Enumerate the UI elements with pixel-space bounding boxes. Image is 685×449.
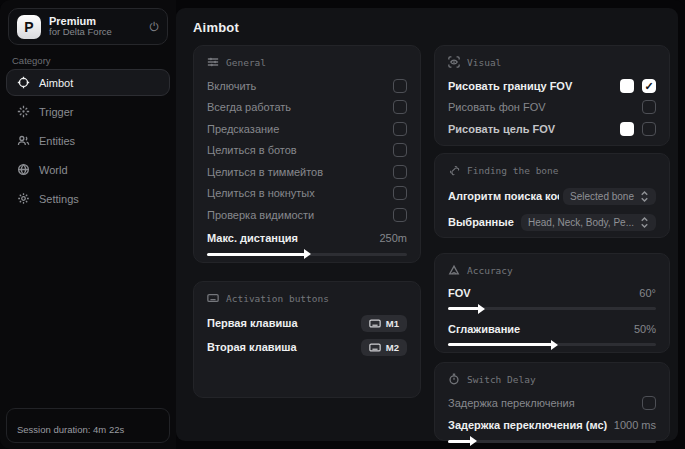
sidebar-item-settings[interactable]: Settings — [6, 185, 170, 212]
selected-bones-label: Выбранные кос — [448, 216, 517, 228]
setting-label: Проверка видимости — [207, 209, 314, 221]
fov-label: FOV — [448, 287, 471, 299]
crosshair-icon — [17, 76, 30, 89]
chevron-up-down-icon — [640, 217, 649, 228]
sidebar-item-world[interactable]: World — [6, 156, 170, 183]
setting-row: Проверка видимости — [207, 204, 407, 226]
target-bots-checkbox[interactable] — [393, 143, 407, 157]
sidebar-item-entities[interactable]: Entities — [6, 127, 170, 154]
setting-row: Рисовать границу FOV ✓ — [448, 75, 656, 97]
smoothing-value: 50% — [634, 323, 656, 335]
max-distance-slider[interactable] — [207, 253, 407, 256]
slider-fill — [207, 253, 305, 256]
sidebar-nav: Aimbot Trigger Entities World Settings — [6, 69, 170, 214]
visibility-check-checkbox[interactable] — [393, 208, 407, 222]
setting-row: Целиться в нокнутых — [207, 183, 407, 205]
slider-fill — [448, 307, 479, 310]
accuracy-card: Accuracy FOV 60° Сглаживание 50% — [434, 253, 670, 353]
second-key-label: Вторая клавиша — [207, 341, 297, 353]
slider-row: Задержка переключения (мс) 1000 ms — [448, 416, 656, 435]
enable-checkbox[interactable] — [393, 79, 407, 93]
bone-algorithm-label: Алгоритм поиска кост — [448, 190, 559, 202]
draw-fov-target-label: Рисовать цель FOV — [448, 123, 555, 135]
switch-delay-card-title: Switch Delay — [467, 374, 536, 385]
license-text: Premium for Delta Force — [49, 15, 142, 39]
setting-row: Алгоритм поиска кост Selected bone — [448, 183, 656, 209]
setting-row: Всегда работать — [207, 97, 407, 119]
activation-card-header: Activation buttons — [207, 292, 407, 304]
keyboard-icon — [369, 319, 381, 328]
setting-row: Включить — [207, 75, 407, 97]
keybind-row: Первая клавиша M1 — [207, 311, 407, 335]
draw-fov-background-checkbox[interactable] — [642, 100, 656, 114]
session-duration-box: Session duration: 4m 22s — [6, 408, 170, 443]
always-work-checkbox[interactable] — [393, 100, 407, 114]
bone-card-title: Finding the bone — [467, 165, 559, 176]
max-distance-value: 250m — [379, 232, 407, 244]
setting-label: Целиться в ботов — [207, 144, 297, 156]
setting-label: Всегда работать — [207, 101, 291, 113]
bone-algorithm-value: Selected bone — [570, 191, 634, 202]
slider-row: Сглаживание 50% — [448, 319, 656, 338]
power-icon[interactable]: ⏻ — [150, 20, 160, 34]
fov-slider[interactable] — [448, 307, 656, 310]
visual-card: Visual Рисовать границу FOV ✓ Рисовать ф… — [434, 45, 670, 146]
prediction-checkbox[interactable] — [393, 122, 407, 136]
draw-fov-border-checkbox[interactable]: ✓ — [642, 79, 656, 93]
fov-target-color-swatch[interactable] — [620, 122, 634, 136]
finding-bone-card: Finding the bone Алгоритм поиска кост Se… — [434, 153, 670, 238]
visual-card-title: Visual — [467, 57, 501, 68]
sliders-icon — [207, 56, 219, 68]
second-key-button[interactable]: M2 — [361, 339, 407, 356]
first-key-label: Первая клавиша — [207, 317, 298, 329]
setting-row: Рисовать фон FOV — [448, 97, 656, 119]
switch-delay-slider[interactable] — [448, 440, 656, 443]
smoothing-label: Сглаживание — [448, 323, 520, 335]
setting-row: Рисовать цель FOV — [448, 118, 656, 140]
license-card: P Premium for Delta Force ⏻ — [8, 8, 168, 45]
timer-icon — [448, 373, 460, 385]
max-distance-label: Макс. дистанция — [207, 232, 298, 244]
switch-delay-card: Switch Delay Задержка переключения Задер… — [434, 362, 670, 441]
sidebar-item-label: Entities — [39, 135, 75, 147]
selected-bones-select[interactable]: Head, Neck, Body, Pe... — [521, 214, 656, 231]
fov-value: 60° — [639, 287, 656, 299]
sidebar-item-aimbot[interactable]: Aimbot — [6, 69, 170, 96]
sidebar-item-label: World — [39, 164, 68, 176]
draw-fov-border-label: Рисовать границу FOV — [448, 80, 572, 92]
activation-card-title: Activation buttons — [226, 293, 329, 304]
bone-card-header: Finding the bone — [448, 164, 656, 176]
row-controls — [620, 122, 656, 136]
globe-icon — [17, 163, 30, 176]
visual-card-header: Visual — [448, 56, 656, 68]
setting-label: Целиться в нокнутых — [207, 187, 315, 199]
bone-algorithm-select[interactable]: Selected bone — [563, 188, 656, 205]
slider-row: FOV 60° — [448, 283, 656, 302]
trigger-icon — [17, 105, 30, 118]
sidebar-item-label: Settings — [39, 193, 79, 205]
smoothing-slider[interactable] — [448, 343, 656, 346]
triangle-target-icon — [448, 264, 460, 276]
draw-fov-target-checkbox[interactable] — [642, 122, 656, 136]
selected-bones-value: Head, Neck, Body, Pe... — [528, 217, 634, 228]
sidebar-item-trigger[interactable]: Trigger — [6, 98, 170, 125]
slider-row: Макс. дистанция 250m — [207, 228, 407, 248]
fov-border-color-swatch[interactable] — [620, 79, 634, 93]
setting-row: Предсказание — [207, 118, 407, 140]
switch-delay-enable-label: Задержка переключения — [448, 397, 575, 409]
setting-label: Включить — [207, 80, 256, 92]
switch-delay-ms-value: 1000 ms — [614, 419, 656, 431]
page-title: Aimbot — [193, 20, 239, 35]
setting-row: Выбранные кос Head, Neck, Body, Pe... — [448, 209, 656, 235]
bone-icon — [448, 164, 460, 176]
first-key-button[interactable]: M1 — [361, 315, 407, 332]
accuracy-card-header: Accuracy — [448, 264, 656, 276]
sidebar: P Premium for Delta Force ⏻ Category Aim… — [0, 0, 176, 449]
eye-icon — [448, 56, 460, 68]
target-teammates-checkbox[interactable] — [393, 165, 407, 179]
switch-delay-enable-checkbox[interactable] — [642, 396, 656, 410]
target-knocked-checkbox[interactable] — [393, 186, 407, 200]
app-window: P Premium for Delta Force ⏻ Category Aim… — [0, 0, 685, 449]
people-icon — [17, 134, 30, 147]
general-card-title: General — [226, 57, 266, 68]
